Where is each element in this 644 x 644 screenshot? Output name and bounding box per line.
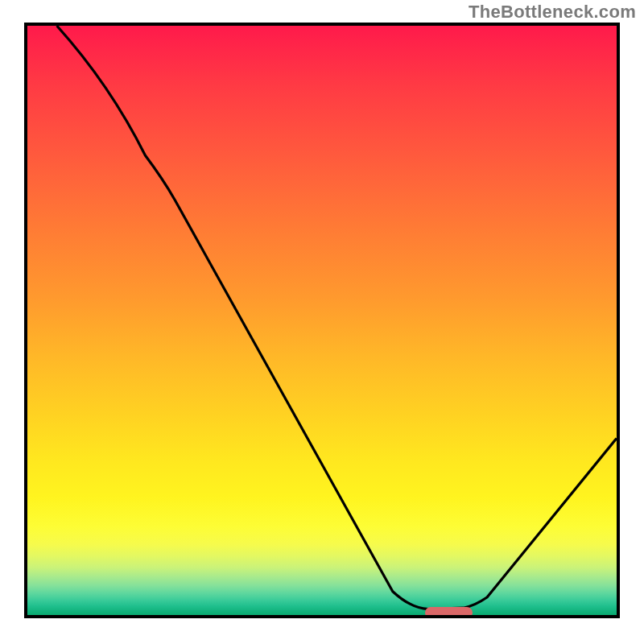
bottleneck-curve bbox=[27, 26, 617, 615]
watermark: TheBottleneck.com bbox=[469, 2, 636, 23]
curve-path bbox=[57, 26, 617, 609]
optimal-range-marker bbox=[425, 607, 473, 618]
plot-area bbox=[24, 23, 620, 618]
